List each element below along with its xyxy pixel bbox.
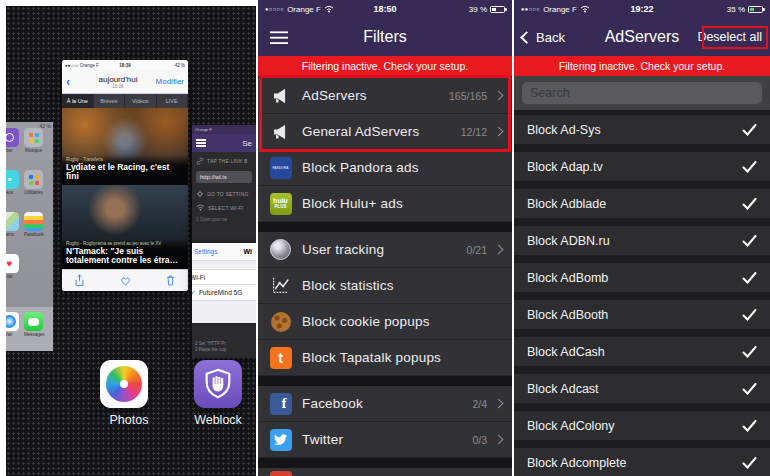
weblock-nav-bar: Se bbox=[192, 134, 256, 152]
tab-breves[interactable]: Brèves bbox=[94, 94, 126, 108]
adserver-row[interactable]: Block Ad-Sys bbox=[514, 115, 770, 144]
proxy-url-field[interactable]: http://wl.is bbox=[196, 171, 252, 183]
adserver-row[interactable]: Block Adcomplete bbox=[514, 448, 770, 476]
filter-row-cookie[interactable]: Block cookie popups bbox=[258, 304, 512, 340]
adserver-row[interactable]: Block Adap.tv bbox=[514, 152, 770, 181]
filter-row-pandora[interactable]: PANDORA Block Pandora ads bbox=[258, 150, 512, 186]
tapatalk-icon: t bbox=[270, 347, 292, 369]
modifier-button[interactable]: Modifier bbox=[156, 77, 184, 86]
settings-back-button[interactable]: Settings bbox=[192, 248, 218, 255]
pandora-icon: PANDORA bbox=[270, 157, 292, 179]
story-headline: Lydiate et le Racing, c'est fini bbox=[66, 163, 184, 182]
wifi-icon bbox=[196, 204, 205, 211]
news-photo-rugby[interactable]: Rugby - Transferts Lydiate et le Racing,… bbox=[62, 108, 188, 185]
filter-row-user-tracking[interactable]: User tracking 0/21 bbox=[258, 232, 512, 268]
megaphone-icon bbox=[268, 120, 293, 143]
battery-icon bbox=[490, 6, 505, 13]
checkmark-icon bbox=[742, 383, 757, 395]
app-icon-safari[interactable]: fari bbox=[6, 312, 19, 337]
weblock-app-icon[interactable] bbox=[194, 360, 242, 408]
safari-icon bbox=[6, 312, 19, 331]
carrier-label: Orange F bbox=[195, 127, 212, 132]
back-chevron-icon bbox=[520, 31, 533, 44]
filtering-inactive-banner: Filtering inactive. Check your setup. bbox=[514, 56, 770, 76]
weblock-setup-card[interactable]: Orange F Se TAP THE LINK B http://wl.is … bbox=[192, 125, 256, 358]
news-toolbar bbox=[62, 269, 188, 291]
news-photo-portrait[interactable]: Rugby - Rugbyrama se prend au jeu avec l… bbox=[62, 185, 188, 269]
filter-row-twitter[interactable]: Twitter 0/3 bbox=[258, 422, 512, 458]
filter-count: 2/4 bbox=[472, 398, 487, 410]
news-subtitle: 18:08 bbox=[82, 84, 154, 89]
back-chevron-icon[interactable]: ‹ bbox=[66, 77, 70, 87]
story-headline: N'Tamack: "Je suis totalement contre les… bbox=[66, 247, 184, 266]
adserver-row[interactable]: Block AdBooth bbox=[514, 300, 770, 329]
deselect-all-button[interactable]: Deselect all bbox=[697, 30, 762, 44]
filter-row-tapatalk[interactable]: t Block Tapatalk popups bbox=[258, 340, 512, 376]
menu-icon[interactable] bbox=[196, 138, 206, 149]
photos-app-icon[interactable] bbox=[100, 360, 148, 408]
filters-list: AdServers 165/165 General AdServers 12/1… bbox=[258, 76, 512, 476]
tab-live[interactable]: LIVE bbox=[157, 94, 189, 108]
adservers-nav-bar: Back AdServers Deselect all bbox=[514, 18, 770, 56]
checkmark-icon bbox=[742, 161, 757, 173]
share-icon[interactable] bbox=[74, 274, 85, 287]
adserver-row[interactable]: Block Adcast bbox=[514, 374, 770, 403]
checkmark-icon bbox=[742, 457, 757, 469]
check-icon: ✓ bbox=[192, 289, 196, 297]
news-app-card[interactable]: ●●○○○ Orange F 18:39 42 % ‹ aujourd'hui … bbox=[62, 60, 188, 291]
adserver-row[interactable]: Block AdColony bbox=[514, 411, 770, 440]
news-title: aujourd'hui bbox=[82, 75, 154, 84]
back-button[interactable]: Back bbox=[522, 30, 565, 45]
filter-row-statistics[interactable]: Block statistics bbox=[258, 268, 512, 304]
filter-row-partial[interactable] bbox=[258, 468, 512, 476]
twitter-icon bbox=[270, 429, 292, 451]
app-icon-viber[interactable]: ber bbox=[6, 128, 19, 153]
folder-icon bbox=[24, 128, 43, 147]
news-tab-bar: À la Une Brèves Vidéos LIVE bbox=[62, 94, 188, 108]
status-bar: Orange F bbox=[192, 125, 256, 134]
app-icon-passbook[interactable]: Passbook bbox=[24, 212, 43, 237]
app-icon-utilitaires-folder[interactable]: Utilitaires bbox=[24, 170, 43, 195]
passbook-icon bbox=[24, 212, 43, 231]
status-bar: ●●○○○ Orange F 18:39 42 % bbox=[62, 60, 188, 70]
heart-icon[interactable] bbox=[119, 275, 132, 286]
app-icon-sante[interactable]: ♥ nté bbox=[6, 254, 19, 279]
filter-count: 165/165 bbox=[449, 90, 487, 102]
filter-row-facebook[interactable]: f Facebook 2/4 bbox=[258, 386, 512, 422]
tab-a-la-une[interactable]: À la Une bbox=[62, 94, 94, 108]
gear-icon bbox=[196, 190, 204, 198]
videos-icon: » bbox=[6, 170, 19, 189]
maps-icon bbox=[6, 212, 19, 231]
trash-icon[interactable] bbox=[165, 274, 176, 287]
step-select-wifi: SELECT WI-FI bbox=[196, 204, 252, 211]
app-icon-videos[interactable]: » éos bbox=[6, 170, 19, 195]
menu-icon[interactable] bbox=[270, 28, 288, 47]
adserver-row[interactable]: Block AdBomb bbox=[514, 263, 770, 292]
adserver-row[interactable]: Block AdCash bbox=[514, 337, 770, 366]
wifi-network-row[interactable]: ✓ FutureMind 5G bbox=[192, 285, 256, 301]
filter-row-general-adservers[interactable]: General AdServers 12/12 bbox=[258, 114, 512, 150]
battery-text: 39 % bbox=[469, 5, 487, 14]
back-chevron-icon bbox=[192, 249, 193, 255]
facebook-icon: f bbox=[270, 393, 292, 415]
app-icon-plans[interactable]: ams bbox=[6, 212, 19, 237]
battery-charging-icon bbox=[748, 6, 763, 13]
link-icon bbox=[196, 157, 204, 165]
app-icon-messages[interactable]: Messages bbox=[24, 312, 43, 337]
search-input[interactable]: Search bbox=[522, 82, 762, 104]
health-heart-icon: ♥ bbox=[6, 254, 19, 273]
photos-flower-icon bbox=[106, 366, 142, 402]
chevron-right-icon bbox=[494, 435, 504, 445]
adserver-row[interactable]: Block ADBN.ru bbox=[514, 226, 770, 255]
tab-videos[interactable]: Vidéos bbox=[125, 94, 157, 108]
adservers-list: Block Ad-Sys Block Adap.tv Block Adblade… bbox=[514, 110, 770, 476]
ios-settings-card[interactable]: Settings Wi Wi-Fi ✓ FutureMind 5G bbox=[192, 243, 256, 323]
filter-row-hulu[interactable]: huluPLUS Block Hulu+ ads bbox=[258, 186, 512, 222]
app-switcher-panel: 42 % ber Musique » éos Utilitaires ams bbox=[0, 0, 256, 476]
filter-row-adservers[interactable]: AdServers 165/165 bbox=[258, 78, 512, 114]
viber-icon bbox=[6, 128, 19, 147]
dock-strip: fari Messages bbox=[6, 307, 53, 351]
adserver-row[interactable]: Block Adblade bbox=[514, 189, 770, 218]
app-icon-musique-folder[interactable]: Musique bbox=[24, 128, 43, 153]
checkmark-icon bbox=[742, 198, 757, 210]
